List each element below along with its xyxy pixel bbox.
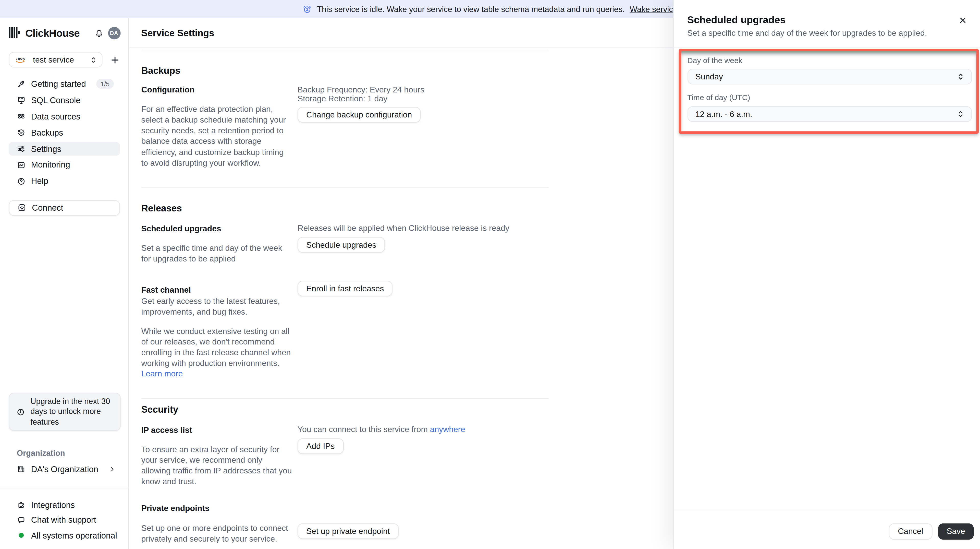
setup-private-endpoint-button[interactable]: Set up private endpoint — [298, 523, 399, 539]
sidebar-item-getting-started[interactable]: Getting started 1/5 — [9, 77, 120, 91]
sidebar-item-integrations[interactable]: Integrations — [9, 498, 120, 511]
upgrade-notice-card[interactable]: Upgrade in the next 30 days to unlock mo… — [9, 393, 121, 431]
connect-label: Connect — [32, 203, 63, 212]
section-divider — [141, 399, 549, 399]
storage-retention-value: Storage Retention: 1 day — [298, 94, 387, 104]
clickhouse-logo-icon — [9, 27, 20, 38]
sidebar-footer: Integrations Chat with support All syste… — [9, 498, 120, 545]
section-divider — [141, 50, 549, 51]
panel-title: Scheduled upgrades — [687, 14, 786, 25]
connect-button[interactable]: Connect — [9, 200, 120, 216]
backups-section-title: Backups — [141, 65, 180, 76]
panel-footer-divider — [674, 510, 980, 511]
fast-channel-label: Fast channel — [141, 285, 191, 294]
cancel-button[interactable]: Cancel — [888, 523, 932, 539]
brand-name: ClickHouse — [25, 27, 80, 40]
alarm-snooze-icon — [303, 4, 312, 14]
service-name: test service — [33, 55, 74, 65]
sidebar-item-backups[interactable]: Backups — [9, 126, 120, 140]
releases-section-title: Releases — [141, 202, 182, 213]
sidebar-item-help[interactable]: Help — [9, 174, 120, 188]
sidebar-item-sql-console[interactable]: SQL Console — [9, 93, 120, 107]
chevron-up-down-icon — [90, 56, 97, 64]
puzzle-icon — [17, 501, 26, 509]
sidebar-item-system-status[interactable]: All systems operational — [9, 529, 120, 542]
notifications-bell-icon[interactable] — [94, 28, 104, 38]
main-content: Service Settings Backups Configuration B… — [129, 18, 673, 549]
private-endpoints-description: Set up one or more endpoints to connect … — [141, 522, 293, 544]
anywhere-link[interactable]: anywhere — [430, 425, 465, 434]
sidebar-item-label: Monitoring — [31, 160, 120, 170]
console-screen-icon — [17, 96, 26, 104]
service-selector[interactable]: aws test service — [9, 52, 103, 67]
panel-header-divider — [674, 47, 980, 47]
ip-access-info: You can connect to this service from any… — [298, 425, 465, 434]
sidebar-item-settings[interactable]: Settings — [9, 142, 120, 156]
organization-name: DA's Organization — [31, 464, 98, 474]
clock-icon — [16, 407, 25, 416]
sliders-icon — [17, 145, 26, 153]
sidebar-divider — [0, 488, 129, 488]
chat-bubble-icon — [17, 516, 26, 525]
connect-wifi-icon — [18, 204, 26, 212]
sidebar-item-label: SQL Console — [31, 96, 120, 105]
day-of-week-value: Sunday — [695, 72, 723, 81]
section-divider — [141, 187, 549, 187]
app-window: This service is idle. Wake your service … — [0, 0, 980, 549]
wake-service-link[interactable]: Wake service — [630, 4, 677, 14]
chevron-right-icon — [109, 466, 116, 472]
sidebar-nav: Getting started 1/5 SQL Console — [9, 77, 120, 190]
rocket-icon — [17, 80, 26, 88]
ip-access-list-label: IP access list — [141, 425, 192, 435]
banner-text: This service is idle. Wake your service … — [317, 4, 625, 14]
sidebar-item-chat-support[interactable]: Chat with support — [9, 514, 120, 527]
sidebar-item-monitoring[interactable]: Monitoring — [9, 158, 120, 172]
change-backup-configuration-button[interactable]: Change backup configuration — [298, 107, 421, 123]
close-icon[interactable] — [958, 15, 968, 25]
time-of-day-value: 12 a.m. - 6 a.m. — [695, 110, 752, 119]
sidebar-item-label: Chat with support — [31, 515, 120, 525]
sidebar: ClickHouse DA aws test service — [0, 18, 129, 549]
enroll-fast-releases-button[interactable]: Enroll in fast releases — [298, 281, 393, 296]
chevron-up-down-icon — [956, 110, 964, 118]
security-section-title: Security — [141, 404, 178, 415]
help-circle-icon — [17, 177, 26, 186]
sidebar-item-data-sources[interactable]: Data sources — [9, 109, 120, 123]
sidebar-item-label: Getting started — [31, 80, 91, 89]
settings-scroll-area: Backups Configuration Backup Frequency: … — [129, 48, 673, 549]
schedule-upgrades-button[interactable]: Schedule upgrades — [298, 237, 385, 252]
time-of-day-select[interactable]: 12 a.m. - 6 a.m. — [687, 107, 972, 122]
upgrade-notice-text: Upgrade in the next 30 days to unlock mo… — [30, 396, 115, 427]
scheduled-upgrades-info: Releases will be applied when ClickHouse… — [298, 223, 509, 233]
ip-info-text: You can connect to this service from — [298, 425, 428, 434]
scheduled-upgrades-panel: Scheduled upgrades Set a specific time a… — [673, 0, 980, 549]
fast-channel-description-2: While we conduct extensive testing on al… — [141, 326, 293, 379]
ip-access-description: To ensure an extra layer of security for… — [141, 444, 293, 487]
backup-history-icon — [17, 128, 26, 137]
day-of-week-select[interactable]: Sunday — [687, 69, 972, 84]
panel-description: Set a specific time and day of the week … — [687, 28, 927, 37]
sidebar-item-label: Integrations — [31, 500, 120, 509]
time-of-day-label: Time of day (UTC) — [687, 93, 750, 102]
private-endpoints-label: Private endpoints — [141, 504, 209, 513]
avatar[interactable]: DA — [108, 27, 120, 39]
save-button[interactable]: Save — [938, 523, 974, 539]
main-header: Service Settings — [129, 18, 673, 48]
building-icon — [17, 465, 26, 473]
chevron-up-down-icon — [956, 72, 964, 80]
configuration-label: Configuration — [141, 85, 194, 95]
add-service-button[interactable] — [110, 54, 121, 65]
organization-item[interactable]: DA's Organization — [9, 462, 120, 476]
scheduled-upgrades-description: Set a specific time and day of the week … — [141, 243, 293, 264]
add-ips-button[interactable]: Add IPs — [298, 438, 344, 454]
status-label: All systems operational — [31, 531, 120, 540]
status-green-dot — [19, 533, 24, 538]
fast-channel-description-1: Get early access to the latest features,… — [141, 296, 293, 318]
progress-badge: 1/5 — [96, 79, 114, 89]
chart-icon — [17, 161, 26, 169]
fast-channel-text: While we conduct extensive testing on al… — [141, 326, 291, 368]
learn-more-link[interactable]: Learn more — [141, 369, 183, 378]
organization-section-label: Organization — [17, 449, 65, 458]
page-title: Service Settings — [141, 27, 214, 38]
backup-frequency-value: Backup Frequency: Every 24 hours — [298, 85, 425, 94]
